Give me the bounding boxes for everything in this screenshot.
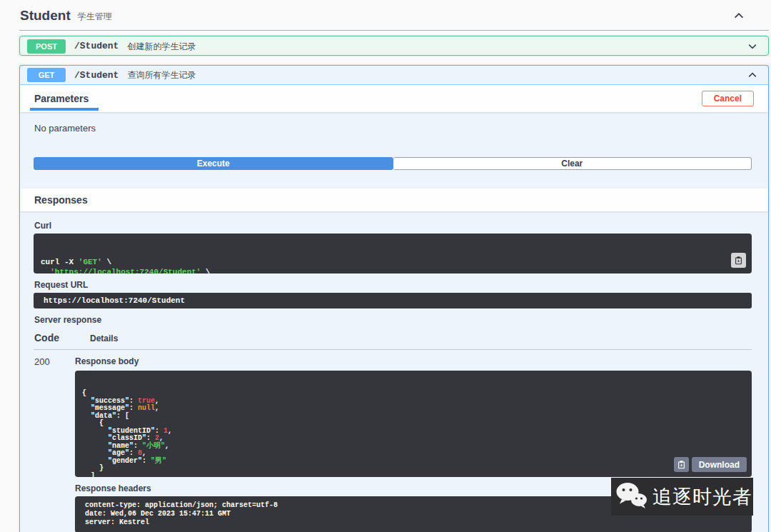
execute-button[interactable]: Execute [34, 157, 393, 170]
chevron-up-icon[interactable] [732, 9, 745, 22]
wechat-icon [615, 481, 648, 513]
responses-title: Responses [34, 194, 88, 206]
tag-title: Student [20, 8, 71, 24]
status-code: 200 [20, 356, 75, 532]
chevron-up-icon[interactable] [747, 69, 758, 81]
clear-button[interactable]: Clear [393, 157, 752, 170]
swagger-page: Student 学生管理 POST /Student 创建新的学生记录 GET … [0, 0, 771, 532]
response-body-label: Response body [75, 356, 752, 366]
details-column-header: Details [90, 333, 118, 343]
tag-subtitle: 学生管理 [78, 11, 112, 23]
post-path: /Student [74, 41, 119, 51]
get-method-badge: GET [27, 68, 66, 82]
no-parameters-text: No parameters [20, 112, 768, 157]
response-table-header: Code Details [34, 332, 768, 343]
response-body-code-block: { "success": true, "message": null, "dat… [75, 371, 752, 477]
watermark-text: 追逐时光者 [652, 484, 752, 510]
opblock-get-header[interactable]: GET /Student 查询所有学生记录 [20, 66, 768, 85]
opblock-post-student: POST /Student 创建新的学生记录 [19, 36, 769, 56]
opblock-get-student: GET /Student 查询所有学生记录 Parameters Cancel … [19, 65, 769, 532]
response-body-actions: Download [674, 457, 747, 472]
request-url-label: Request URL [34, 280, 768, 290]
request-url-value: https://localhost:7240/Student [34, 293, 752, 308]
server-response-label: Server response [34, 315, 768, 325]
tab-parameters[interactable]: Parameters [34, 85, 89, 112]
curl-label: Curl [34, 221, 768, 231]
tag-divider [19, 30, 769, 31]
watermark: 追逐时光者 [611, 478, 753, 516]
post-description: 创建新的学生记录 [127, 41, 196, 53]
copy-to-clipboard-button[interactable] [674, 457, 689, 472]
responses-section-header: Responses [20, 189, 768, 211]
response-table-divider [34, 349, 752, 350]
execute-wrapper: Execute Clear [34, 157, 752, 170]
tag-header-student[interactable]: Student 学生管理 [0, 0, 771, 31]
curl-code-block: curl -X 'GET' \ 'https://localhost:7240/… [34, 234, 752, 273]
tab-parameters-label: Parameters [34, 93, 89, 104]
cancel-button[interactable]: Cancel [702, 91, 754, 106]
code-column-header: Code [34, 332, 75, 343]
parameters-section-header: Parameters Cancel [20, 85, 768, 112]
tab-active-underline [30, 108, 99, 111]
download-button[interactable]: Download [692, 457, 747, 472]
post-method-badge: POST [27, 39, 66, 54]
opblock-post-header[interactable]: POST /Student 创建新的学生记录 [20, 36, 768, 56]
copy-to-clipboard-button[interactable] [731, 253, 746, 268]
chevron-down-icon[interactable] [747, 41, 758, 52]
get-path: /Student [74, 70, 119, 81]
get-description: 查询所有学生记录 [127, 69, 196, 81]
